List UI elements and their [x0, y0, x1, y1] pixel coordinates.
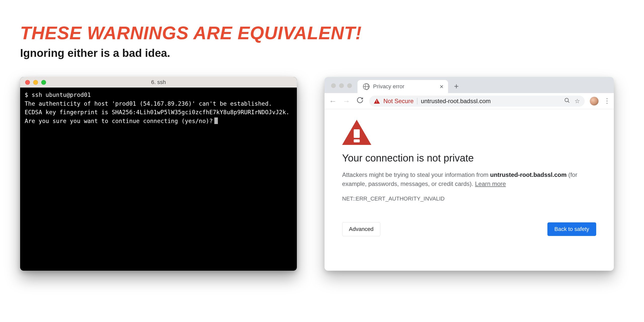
tab-title: Privacy error: [373, 83, 436, 90]
terminal-window: 6. ssh $ ssh ubuntu@prod01 The authentic…: [20, 77, 297, 271]
learn-more-link[interactable]: Learn more: [475, 180, 506, 187]
desc-text: Attackers might be trying to steal your …: [342, 171, 490, 178]
terminal-line: The authenticity of host 'prod01 (54.167…: [25, 100, 272, 107]
reload-icon: [356, 97, 364, 104]
divider: [417, 98, 417, 104]
terminal-body[interactable]: $ ssh ubuntu@prod01 The authenticity of …: [20, 88, 297, 128]
avatar[interactable]: [590, 97, 599, 106]
warning-icon: [374, 99, 380, 104]
close-tab-icon[interactable]: ×: [440, 83, 444, 90]
terminal-line: ECDSA key fingerprint is SHA256:4Lih01wP…: [25, 109, 289, 115]
close-icon[interactable]: [331, 83, 336, 88]
omnibox[interactable]: Not Secure untrusted-root.badssl.com ☆: [369, 96, 585, 107]
url-text: untrusted-root.badssl.com: [421, 98, 491, 105]
error-page: Your connection is not private Attackers…: [325, 109, 614, 247]
forward-button: →: [342, 97, 351, 105]
terminal-line: Are you sure you want to continue connec…: [25, 118, 213, 124]
error-code: NET::ERR_CERT_AUTHORITY_INVALID: [342, 195, 596, 202]
bookmark-icon[interactable]: ☆: [575, 98, 580, 105]
svg-line-1: [568, 101, 569, 103]
cursor-icon: [214, 117, 218, 124]
back-button[interactable]: ←: [329, 97, 337, 105]
zoom-icon[interactable]: [347, 83, 352, 88]
search-icon[interactable]: [564, 97, 570, 105]
tab-strip: Privacy error × +: [325, 77, 614, 93]
new-tab-button[interactable]: +: [451, 80, 462, 92]
back-to-safety-button[interactable]: Back to safety: [547, 222, 596, 236]
terminal-titlebar: 6. ssh: [20, 77, 297, 88]
page-description: Attackers might be trying to steal your …: [342, 170, 596, 188]
warning-icon: [342, 120, 371, 145]
browser-tab[interactable]: Privacy error ×: [357, 80, 448, 93]
headline: THESE WARNINGS ARE EQUIVALENT!: [20, 23, 624, 43]
menu-icon[interactable]: ⋮: [604, 97, 610, 105]
desc-host: untrusted-root.badssl.com: [490, 171, 567, 178]
address-bar: ← → Not Secure untrusted-root.badssl.com…: [325, 93, 614, 109]
globe-icon: [363, 83, 370, 90]
advanced-button[interactable]: Advanced: [342, 222, 380, 236]
page-title: Your connection is not private: [342, 152, 596, 164]
not-secure-label: Not Secure: [383, 98, 414, 105]
svg-point-0: [565, 98, 569, 102]
terminal-title: 6. ssh: [20, 79, 297, 86]
window-controls: [329, 83, 352, 88]
minimize-icon[interactable]: [339, 83, 344, 88]
browser-window: Privacy error × + ← → Not Secure untrust…: [325, 77, 614, 271]
subheadline: Ignoring either is a bad idea.: [20, 47, 624, 59]
reload-button[interactable]: [356, 97, 364, 105]
terminal-line: $ ssh ubuntu@prod01: [25, 92, 91, 98]
